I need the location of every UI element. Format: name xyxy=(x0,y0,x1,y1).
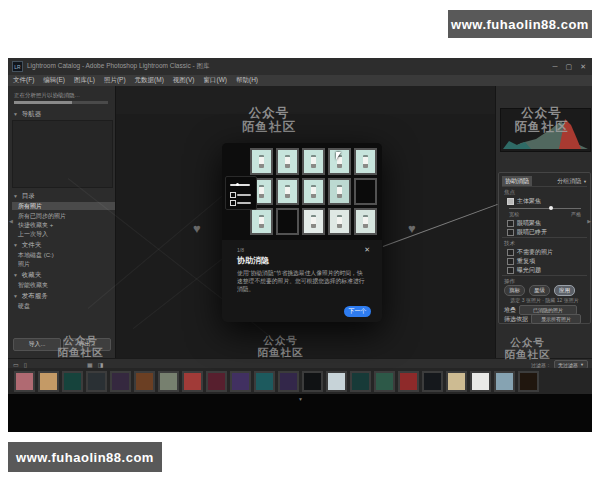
strictness-slider[interactable] xyxy=(509,208,581,209)
menu-library[interactable]: 图库(L) xyxy=(74,76,95,85)
illustration-photo-cell[interactable] xyxy=(354,178,377,205)
collapse-right-panel-icon[interactable]: ▶ xyxy=(587,218,591,224)
filmstrip-thumbnail[interactable] xyxy=(278,371,299,392)
illustration-photo-cell[interactable] xyxy=(250,208,273,235)
close-button[interactable]: ✕ xyxy=(580,63,586,71)
illustration-photo-cell[interactable] xyxy=(354,148,377,175)
chevron-down-icon: ▼ xyxy=(583,179,587,184)
folders-header[interactable]: ▼ 文件夹 xyxy=(13,241,41,250)
menu-photo[interactable]: 照片(P) xyxy=(104,76,126,85)
maximize-button[interactable]: ▢ xyxy=(566,63,573,71)
tour-step-counter: 1/8 xyxy=(237,247,244,253)
filmstrip-thumbnail[interactable] xyxy=(134,371,155,392)
rating-action-button[interactable]: 星级 xyxy=(529,285,550,296)
catalog-item-synced[interactable]: 所有已同步的照片 xyxy=(18,212,66,220)
filmstrip-thumbnail[interactable] xyxy=(38,371,59,392)
checkbox-icon[interactable] xyxy=(507,229,514,236)
publish-service-item[interactable]: 硬盘 xyxy=(18,302,30,310)
filmstrip-thumbnail[interactable] xyxy=(470,371,491,392)
illustration-photo-cell[interactable] xyxy=(354,208,377,235)
filmstrip-thumbnail[interactable] xyxy=(14,371,35,392)
illustration-photo-cell[interactable] xyxy=(250,148,273,175)
checkbox-icon[interactable] xyxy=(507,258,514,265)
filmstrip-thumbnail[interactable] xyxy=(398,371,419,392)
unwanted-checkbox-row[interactable]: 不需要的照片 xyxy=(507,248,553,257)
main-window-icon[interactable]: ▭ xyxy=(13,361,19,368)
illustration-photo-cell[interactable] xyxy=(276,208,299,235)
eyes-focus-checkbox-row[interactable]: 眼睛聚焦 xyxy=(507,219,541,228)
menu-edit[interactable]: 编辑(E) xyxy=(43,76,65,85)
illustration-photo-cell[interactable] xyxy=(328,208,351,235)
illustration-photo-cell[interactable] xyxy=(276,178,299,205)
eyes-open-checkbox-row[interactable]: 眼睛已睁开 xyxy=(507,228,547,237)
filmstrip-thumbnail[interactable] xyxy=(182,371,203,392)
catalog-item-quick-collection[interactable]: 快捷收藏夹 + xyxy=(18,221,53,229)
illustration-photo-cell[interactable] xyxy=(302,148,325,175)
filmstrip-thumbnail[interactable] xyxy=(350,371,371,392)
catalog-item-previous-import[interactable]: 上一次导入 xyxy=(18,230,48,238)
checkbox-icon[interactable] xyxy=(507,267,514,274)
filmstrip-thumbnail[interactable] xyxy=(206,371,227,392)
photo-thumbnail-image xyxy=(376,373,393,390)
subject-focus-checkbox-row[interactable]: 主体聚焦 xyxy=(507,197,541,206)
next-button[interactable]: 下一个 xyxy=(344,306,371,317)
collapse-left-panel-icon[interactable]: ◀ xyxy=(9,218,13,224)
filmstrip-thumbnail[interactable] xyxy=(326,371,347,392)
chevron-down-icon: ▼ xyxy=(580,362,584,367)
histogram[interactable] xyxy=(500,108,591,152)
apply-action-button[interactable]: 应用 xyxy=(554,285,575,296)
checkbox-icon[interactable] xyxy=(507,249,514,256)
collection-item[interactable]: 智能收藏夹 xyxy=(18,281,48,289)
menu-help[interactable]: 帮助(H) xyxy=(236,76,258,85)
exposure-checkbox-row[interactable]: 曝光问题 xyxy=(507,266,541,275)
filmstrip-thumbnail[interactable] xyxy=(86,371,107,392)
filmstrip-thumbnail[interactable] xyxy=(494,371,515,392)
illustration-photo-cell[interactable] xyxy=(276,148,299,175)
filter-by-value-dropdown[interactable]: 显示所有照片 xyxy=(531,314,581,324)
filmstrip-thumbnail[interactable] xyxy=(254,371,275,392)
checkbox-icon[interactable] xyxy=(507,220,514,227)
flag-action-button[interactable]: 旗标 xyxy=(504,285,525,296)
actions-section-label: 操作 xyxy=(504,278,515,285)
filmstrip-thumbnail[interactable] xyxy=(422,371,443,392)
watermark-badge-bottom: www.fuhaolin88.com xyxy=(8,442,162,472)
filmstrip-thumbnail[interactable] xyxy=(62,371,83,392)
collections-header[interactable]: ▼ 收藏夹 xyxy=(13,271,41,280)
filmstrip-thumbnail[interactable] xyxy=(158,371,179,392)
import-button[interactable]: 导入... xyxy=(13,338,61,351)
checkbox-checked-icon[interactable] xyxy=(507,198,514,205)
filmstrip-thumbnail[interactable] xyxy=(230,371,251,392)
culling-mode-dropdown[interactable]: 分组消隐 ▼ xyxy=(557,177,587,186)
illustration-photo-cell[interactable] xyxy=(302,208,325,235)
export-button[interactable]: 导出... xyxy=(63,338,111,351)
slider-knob[interactable] xyxy=(549,206,553,210)
catalog-header[interactable]: ▼ 目录 xyxy=(13,192,35,201)
photo-thumbnail-image xyxy=(424,373,441,390)
folder-drive-item[interactable]: 本地磁盘 (C:) xyxy=(18,251,54,259)
menu-view[interactable]: 视图(V) xyxy=(173,76,195,85)
menu-metadata[interactable]: 元数据(M) xyxy=(135,76,164,85)
compare-view-icon[interactable]: ◨ xyxy=(98,361,104,368)
navigator-header[interactable]: ▼ 导航器 xyxy=(13,110,41,119)
illustration-photo-cell[interactable] xyxy=(328,178,351,205)
lightroom-window: LR Lightroom Catalog - Adobe Photoshop L… xyxy=(8,58,592,432)
second-window-icon[interactable]: ▯ xyxy=(24,361,27,368)
filmstrip-thumbnail[interactable] xyxy=(374,371,395,392)
filmstrip-thumbnail[interactable] xyxy=(110,371,131,392)
publish-services-header[interactable]: ▼ 发布服务 xyxy=(13,292,48,301)
technical-section-label: 技术 xyxy=(504,240,515,247)
menu-file[interactable]: 文件(F) xyxy=(13,76,34,85)
duplicates-checkbox-row[interactable]: 重复项 xyxy=(507,257,535,266)
filmstrip-thumbnail[interactable] xyxy=(446,371,467,392)
close-icon[interactable]: ✕ xyxy=(364,246,370,254)
photo-thumbnail-image xyxy=(252,150,271,173)
minimize-button[interactable]: ─ xyxy=(553,63,558,70)
menu-window[interactable]: 窗口(W) xyxy=(204,76,227,85)
grid-view-icon[interactable]: ▦ xyxy=(87,361,93,368)
illustration-photo-cell[interactable] xyxy=(302,178,325,205)
filmstrip-thumbnail[interactable] xyxy=(302,371,323,392)
filmstrip-thumbnail[interactable] xyxy=(518,371,539,392)
page: www.fuhaolin88.com www.fuhaolin88.com LR… xyxy=(0,0,600,480)
folder-item[interactable]: 照片 xyxy=(18,260,30,268)
collapse-filmstrip-icon[interactable]: ▼ xyxy=(298,396,303,402)
